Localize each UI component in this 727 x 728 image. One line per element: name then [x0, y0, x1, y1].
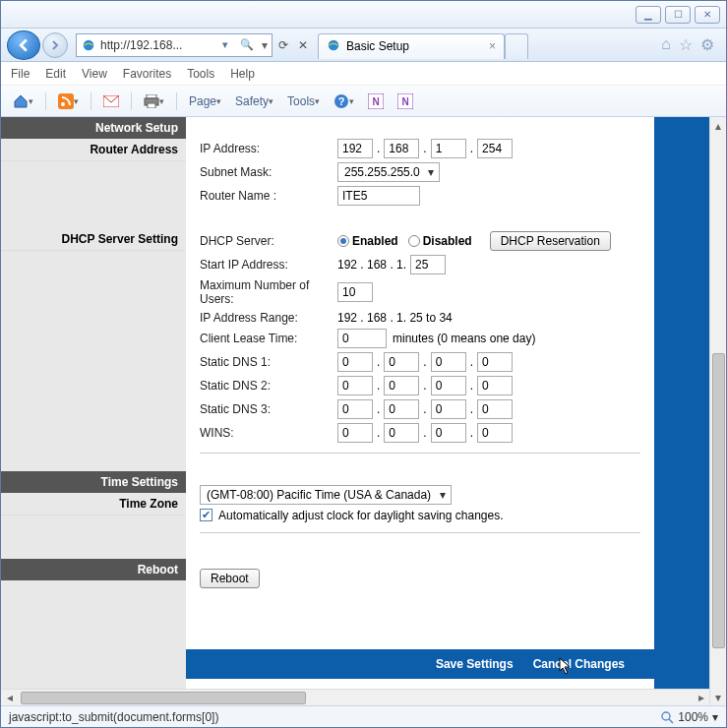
- svg-point-14: [662, 712, 670, 720]
- radio-enabled[interactable]: Enabled: [337, 234, 398, 248]
- tools-chrome-icon[interactable]: ⚙: [700, 35, 714, 54]
- tools-menu[interactable]: Tools: [283, 92, 324, 110]
- forward-button[interactable]: [42, 32, 68, 58]
- enabled-label: Enabled: [352, 234, 398, 248]
- start-ip-last[interactable]: [410, 255, 446, 274]
- section-time-zone: Time Zone: [1, 493, 186, 516]
- address-bar[interactable]: http://192.168... ▾ 🔍 ▾: [76, 33, 273, 57]
- zoom-icon: [660, 710, 674, 724]
- dns1-a[interactable]: [337, 352, 373, 372]
- label-dns2: Static DNS 2:: [200, 379, 337, 393]
- titlebar: ▁ ☐ ✕: [1, 1, 726, 29]
- print-tb-icon[interactable]: [140, 92, 168, 110]
- max-users-input[interactable]: [337, 282, 373, 302]
- vertical-scrollbar[interactable]: ▴ ▾: [709, 117, 726, 705]
- disabled-label: Disabled: [423, 234, 472, 248]
- tab-close-icon[interactable]: ×: [489, 39, 496, 53]
- ip-octet-1[interactable]: [337, 139, 373, 158]
- home-chrome-icon[interactable]: ⌂: [661, 35, 671, 54]
- section-dhcp: DHCP Server Setting: [1, 228, 186, 251]
- svg-text:N: N: [372, 96, 379, 107]
- menu-file[interactable]: File: [11, 67, 30, 81]
- menu-favorites[interactable]: Favorites: [123, 67, 171, 81]
- refresh-button[interactable]: ⟳: [274, 38, 292, 52]
- label-ip-address: IP Address:: [200, 142, 337, 155]
- dns3-b[interactable]: [384, 399, 419, 419]
- tab-basic-setup[interactable]: Basic Setup ×: [318, 33, 505, 59]
- scroll-thumb-h[interactable]: [21, 692, 306, 704]
- zoom-value: 100%: [678, 710, 708, 724]
- daylight-checkbox[interactable]: ✔: [200, 509, 212, 521]
- zoom-control[interactable]: 100% ▾: [660, 710, 718, 724]
- new-tab-button[interactable]: [505, 33, 528, 59]
- address-dropdown-icon[interactable]: ▾: [218, 38, 232, 51]
- feeds-tb-icon[interactable]: [54, 91, 83, 111]
- wins-d[interactable]: [477, 423, 513, 443]
- dns2-c[interactable]: [431, 376, 466, 395]
- scroll-right-icon[interactable]: ▸: [693, 690, 709, 705]
- dns1-d[interactable]: [477, 352, 513, 372]
- dhcp-reservation-button[interactable]: DHCP Reservation: [490, 231, 611, 251]
- dns2-b[interactable]: [384, 376, 419, 395]
- dns3-d[interactable]: [477, 399, 513, 419]
- router-name-input[interactable]: [337, 186, 420, 206]
- svg-rect-2: [58, 93, 74, 109]
- subnet-mask-select[interactable]: 255.255.255.0: [337, 162, 440, 182]
- browser-window: ▁ ☐ ✕ http://192.168... ▾ 🔍 ▾ ⟳ ✕: [0, 0, 727, 728]
- save-bar: Save Settings Cancel Changes: [186, 649, 654, 679]
- minimize-button[interactable]: ▁: [636, 6, 661, 24]
- safety-menu[interactable]: Safety: [231, 92, 277, 110]
- menu-view[interactable]: View: [82, 67, 107, 81]
- ip-octet-4[interactable]: [477, 139, 513, 158]
- dns1-b[interactable]: [384, 352, 419, 372]
- ip-octet-3[interactable]: [431, 139, 466, 158]
- search-icon[interactable]: 🔍: [236, 38, 258, 51]
- onenote-tb-icon[interactable]: N: [364, 91, 388, 111]
- radio-enabled-dot: [337, 235, 349, 247]
- scroll-thumb-v[interactable]: [712, 353, 725, 648]
- timezone-select[interactable]: (GMT-08:00) Pacific Time (USA & Canada): [200, 485, 452, 505]
- dns2-d[interactable]: [477, 376, 513, 395]
- save-settings-button[interactable]: Save Settings: [436, 657, 514, 671]
- address-text[interactable]: http://192.168...: [100, 38, 214, 52]
- page-menu[interactable]: Page: [185, 92, 225, 110]
- tab-favicon-icon: [327, 38, 340, 55]
- wins-c[interactable]: [431, 423, 466, 443]
- dns2-a[interactable]: [337, 376, 373, 395]
- scroll-left-icon[interactable]: ◂: [1, 690, 18, 705]
- help-tb-icon[interactable]: ?: [330, 91, 358, 111]
- close-window-button[interactable]: ✕: [695, 6, 720, 24]
- svg-rect-7: [148, 103, 155, 108]
- onenote2-tb-icon[interactable]: N: [394, 91, 417, 111]
- cancel-changes-button[interactable]: Cancel Changes: [533, 657, 625, 671]
- wins-a[interactable]: [337, 423, 373, 443]
- svg-rect-5: [147, 94, 156, 98]
- dns3-c[interactable]: [431, 399, 466, 419]
- row-wins: WINS: . . .: [200, 423, 640, 443]
- lease-time-input[interactable]: [337, 329, 387, 348]
- label-router-name: Router Name :: [200, 189, 337, 203]
- svg-text:?: ?: [338, 95, 345, 107]
- stop-button[interactable]: ✕: [294, 38, 312, 52]
- svg-line-15: [669, 719, 673, 723]
- scroll-up-icon[interactable]: ▴: [710, 117, 726, 134]
- maximize-button[interactable]: ☐: [665, 6, 691, 24]
- wins-b[interactable]: [384, 423, 419, 443]
- reboot-button[interactable]: Reboot: [200, 569, 260, 588]
- menu-help[interactable]: Help: [230, 67, 255, 81]
- back-button[interactable]: [7, 30, 40, 60]
- scroll-down-icon[interactable]: ▾: [710, 689, 726, 705]
- dns1-c[interactable]: [431, 352, 466, 372]
- radio-disabled[interactable]: Disabled: [408, 234, 472, 248]
- menu-tools[interactable]: Tools: [187, 67, 214, 81]
- menu-edit[interactable]: Edit: [45, 67, 66, 81]
- zoom-dropdown-icon[interactable]: ▾: [712, 710, 718, 724]
- home-tb-icon[interactable]: [9, 91, 37, 111]
- label-dns3: Static DNS 3:: [200, 402, 337, 416]
- dns3-a[interactable]: [337, 399, 373, 419]
- horizontal-scrollbar[interactable]: ◂ ▸: [1, 689, 709, 705]
- ip-octet-2[interactable]: [384, 139, 419, 158]
- subnet-value: 255.255.255.0: [344, 165, 420, 179]
- favorites-chrome-icon[interactable]: ☆: [679, 35, 693, 54]
- mail-tb-icon[interactable]: [99, 93, 123, 109]
